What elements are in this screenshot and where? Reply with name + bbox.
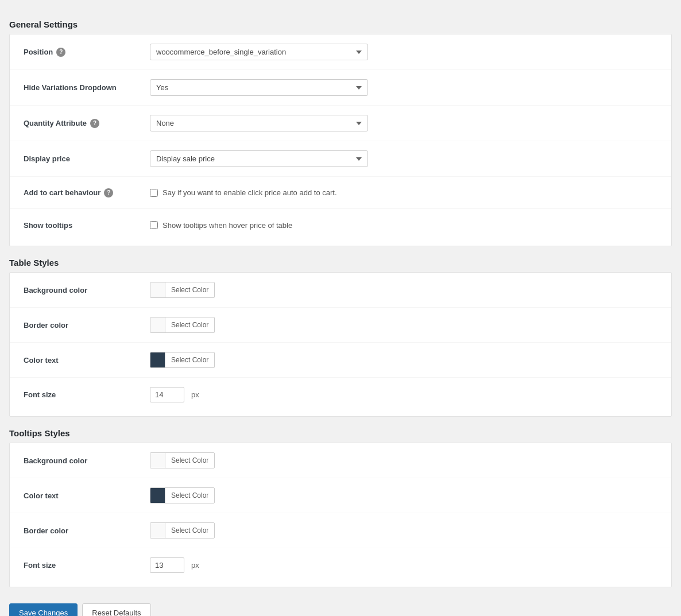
show-tooltips-checkbox-label: Show tooltips when hover price of table: [162, 221, 292, 230]
show-tooltips-control: Show tooltips when hover price of table: [150, 221, 657, 230]
show-tooltips-checkbox[interactable]: [150, 221, 158, 229]
table-border-color-picker[interactable]: Select Color: [150, 317, 215, 333]
quantity-attribute-label: Quantity Attribute ?: [24, 119, 150, 128]
tooltip-font-size-control: px: [150, 557, 657, 573]
table-border-color-row: Border color Select Color: [10, 308, 671, 343]
show-tooltips-checkbox-wrapper: Show tooltips when hover price of table: [150, 221, 292, 230]
table-bg-color-btn-label: Select Color: [165, 284, 214, 296]
table-color-text-control: Select Color: [150, 352, 657, 368]
add-to-cart-help-icon[interactable]: ?: [104, 188, 113, 197]
hide-variations-control: Yes No: [150, 79, 657, 96]
tooltip-border-color-swatch: [150, 523, 165, 538]
tooltips-styles-title: Tooltips Styles: [9, 428, 672, 438]
tooltip-color-text-picker[interactable]: Select Color: [150, 487, 215, 503]
tooltip-bg-color-row: Background color Select Color: [10, 443, 671, 478]
table-styles-box: Background color Select Color Border col…: [9, 272, 672, 417]
add-to-cart-control: Say if you want to enable click price au…: [150, 188, 657, 197]
display-price-label: Display price: [24, 154, 150, 163]
table-font-size-control: px: [150, 387, 657, 402]
position-control: woocommerce_before_single_variation wooc…: [150, 44, 657, 60]
quantity-attribute-select[interactable]: None: [150, 115, 368, 131]
tooltips-styles-box: Background color Select Color Color text…: [9, 443, 672, 587]
table-border-color-control: Select Color: [150, 317, 657, 333]
table-font-size-label: Font size: [24, 390, 150, 399]
tooltip-font-size-unit: px: [191, 561, 199, 569]
general-settings-section: General Settings Position ? woocommerce_…: [9, 20, 672, 246]
tooltip-color-text-control: Select Color: [150, 487, 657, 503]
show-tooltips-row: Show tooltips Show tooltips when hover p…: [10, 209, 671, 241]
quantity-attribute-row: Quantity Attribute ? None: [10, 106, 671, 141]
add-to-cart-row: Add to cart behaviour ? Say if you want …: [10, 177, 671, 209]
footer-buttons: Save Changes Reset Defaults: [9, 599, 672, 616]
tooltip-border-color-picker[interactable]: Select Color: [150, 522, 215, 538]
tooltip-color-text-label: Color text: [24, 491, 150, 500]
hide-variations-select[interactable]: Yes No: [150, 79, 368, 96]
tooltip-bg-color-label: Background color: [24, 456, 150, 465]
table-border-color-btn-label: Select Color: [165, 319, 214, 331]
table-color-text-row: Color text Select Color: [10, 343, 671, 378]
tooltip-border-color-btn-label: Select Color: [165, 524, 214, 537]
tooltip-border-color-control: Select Color: [150, 522, 657, 538]
add-to-cart-label: Add to cart behaviour ?: [24, 188, 150, 197]
hide-variations-row: Hide Variations Dropdown Yes No: [10, 70, 671, 106]
reset-defaults-button[interactable]: Reset Defaults: [82, 603, 150, 616]
tooltip-font-size-row: Font size px: [10, 548, 671, 582]
display-price-row: Display price Display sale price Display…: [10, 141, 671, 177]
tooltip-bg-color-control: Select Color: [150, 452, 657, 468]
position-select[interactable]: woocommerce_before_single_variation wooc…: [150, 44, 368, 60]
tooltip-color-text-swatch: [150, 488, 165, 503]
display-price-select[interactable]: Display sale price Display regular price…: [150, 150, 368, 167]
position-label: Position ?: [24, 48, 150, 57]
table-bg-color-row: Background color Select Color: [10, 273, 671, 308]
table-color-text-btn-label: Select Color: [165, 354, 214, 366]
show-tooltips-label: Show tooltips: [24, 221, 150, 230]
tooltip-bg-color-picker[interactable]: Select Color: [150, 452, 215, 468]
table-color-text-label: Color text: [24, 356, 150, 365]
position-help-icon[interactable]: ?: [56, 48, 65, 57]
tooltip-border-color-row: Border color Select Color: [10, 513, 671, 548]
general-settings-title: General Settings: [9, 20, 672, 29]
add-to-cart-checkbox[interactable]: [150, 189, 158, 197]
quantity-attribute-control: None: [150, 115, 657, 131]
tooltip-color-text-row: Color text Select Color: [10, 478, 671, 513]
table-color-text-swatch: [150, 352, 165, 367]
table-border-color-label: Border color: [24, 321, 150, 330]
table-color-text-picker[interactable]: Select Color: [150, 352, 215, 368]
add-to-cart-checkbox-wrapper: Say if you want to enable click price au…: [150, 188, 337, 197]
hide-variations-label: Hide Variations Dropdown: [24, 83, 150, 92]
table-styles-section: Table Styles Background color Select Col…: [9, 258, 672, 417]
save-changes-button[interactable]: Save Changes: [9, 603, 78, 616]
table-bg-color-control: Select Color: [150, 282, 657, 298]
tooltip-font-size-input[interactable]: [150, 557, 184, 573]
tooltip-border-color-label: Border color: [24, 526, 150, 535]
table-font-size-row: Font size px: [10, 378, 671, 412]
tooltips-styles-section: Tooltips Styles Background color Select …: [9, 428, 672, 587]
general-settings-box: Position ? woocommerce_before_single_var…: [9, 34, 672, 246]
tooltip-font-size-label: Font size: [24, 561, 150, 569]
display-price-control: Display sale price Display regular price…: [150, 150, 657, 167]
table-font-size-input[interactable]: [150, 387, 184, 402]
table-font-size-unit: px: [191, 390, 199, 399]
tooltip-color-text-btn-label: Select Color: [165, 489, 214, 502]
table-border-color-swatch: [150, 317, 165, 332]
tooltip-bg-color-swatch: [150, 453, 165, 468]
table-styles-title: Table Styles: [9, 258, 672, 268]
table-bg-color-label: Background color: [24, 286, 150, 295]
add-to-cart-checkbox-label: Say if you want to enable click price au…: [162, 188, 337, 197]
tooltip-bg-color-btn-label: Select Color: [165, 454, 214, 467]
table-bg-color-picker[interactable]: Select Color: [150, 282, 215, 298]
quantity-attribute-help-icon[interactable]: ?: [90, 119, 99, 128]
position-row: Position ? woocommerce_before_single_var…: [10, 34, 671, 70]
table-bg-color-swatch: [150, 282, 165, 297]
